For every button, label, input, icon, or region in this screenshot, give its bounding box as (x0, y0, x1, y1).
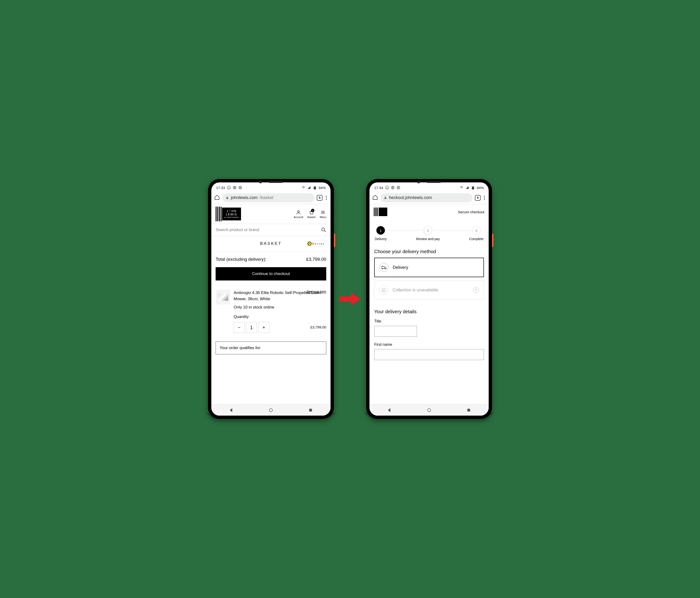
chrome-icon (239, 186, 242, 190)
help-icon[interactable]: ? (473, 287, 479, 293)
lock-icon (226, 196, 229, 199)
status-left: 17:33 (216, 186, 242, 190)
qty-increase-button[interactable]: + (258, 322, 269, 333)
quantity-label: Quantity (234, 314, 326, 320)
battery-pct: 84% (477, 186, 484, 190)
notch (252, 179, 290, 185)
svg-rect-17 (385, 198, 386, 199)
total-price: £3,799.00 (306, 257, 326, 262)
camera-dot (417, 180, 420, 183)
search-input[interactable]: Search product or brand (211, 224, 330, 236)
more-menu[interactable] (325, 196, 328, 200)
signal-icon (307, 186, 311, 190)
mower-image (218, 294, 228, 301)
svg-rect-18 (381, 267, 385, 268)
svg-point-19 (382, 268, 383, 269)
home-icon[interactable] (214, 195, 220, 201)
norton-badge: ✓ Norton (306, 241, 327, 247)
more-menu[interactable] (483, 196, 486, 200)
battery-icon (471, 186, 475, 190)
checkout-header: Secure checkout (370, 204, 489, 220)
logo-bars-icon (216, 207, 222, 221)
firstname-input[interactable] (374, 349, 484, 360)
notch (410, 179, 448, 185)
globe-icon (233, 186, 236, 190)
delivery-option[interactable]: Delivery (374, 258, 484, 277)
url-field[interactable]: heckout.johnlewis.com (380, 193, 473, 202)
whatsapp-icon (227, 186, 231, 190)
home-nav-icon[interactable] (269, 408, 273, 413)
svg-rect-10 (309, 409, 312, 412)
title-label: Title (370, 318, 489, 325)
basket-item: Ambrogio 4.36 Elite Robotic Self-Propell… (211, 285, 330, 337)
order-qualifies-box: Your order qualifies for: (216, 342, 326, 354)
status-right: 84% (302, 186, 326, 190)
search-placeholder: Search product or brand (216, 227, 259, 232)
recent-icon[interactable] (308, 408, 313, 413)
speaker (427, 181, 441, 183)
svg-point-3 (240, 187, 241, 188)
tab-count[interactable]: 5 (317, 195, 322, 201)
menu-button[interactable]: Menu (320, 210, 326, 219)
logo-box (379, 207, 387, 216)
phone-left: 17:33 84% johnlewis.com/basket 5 (208, 179, 334, 419)
home-icon[interactable] (372, 195, 378, 201)
step-delivery[interactable]: 1 Delivery (375, 226, 387, 241)
truck-icon (379, 263, 389, 272)
basket-badge: 1 (311, 209, 315, 212)
battery-icon (313, 186, 317, 190)
wifi-icon (460, 186, 464, 190)
svg-point-7 (298, 210, 299, 212)
back-icon[interactable] (387, 408, 392, 413)
signal-icon (466, 186, 469, 190)
checkout-button[interactable]: Continue to checkout (216, 267, 326, 280)
item-thumbnail[interactable] (216, 290, 230, 304)
screen: 17:33 84% johnlewis.com/basket 5 (211, 182, 330, 416)
tab-count[interactable]: 5 (475, 195, 481, 201)
stock-status: Only 10 in stock online (234, 304, 326, 310)
svg-point-2 (239, 186, 242, 189)
svg-rect-16 (472, 187, 474, 189)
person-icon (296, 210, 301, 215)
svg-point-9 (269, 408, 272, 412)
speaker (269, 181, 283, 183)
back-icon[interactable] (229, 408, 234, 413)
firstname-label: First name (370, 341, 489, 348)
svg-point-8 (322, 228, 325, 231)
android-navbar (211, 404, 330, 416)
home-nav-icon[interactable] (427, 408, 431, 413)
page-content: Secure checkout 1 Delivery 2 Review and … (370, 204, 489, 404)
progress-stepper: 1 Delivery 2 Review and pay 3 Complete (370, 220, 489, 243)
svg-point-20 (385, 268, 386, 269)
whatsapp-icon (385, 186, 389, 190)
svg-point-0 (227, 186, 230, 189)
recent-icon[interactable] (466, 408, 471, 413)
logo[interactable]: J♡HN LEWIS & PARTNERS (216, 207, 241, 221)
url-host: johnlewis.com (231, 195, 258, 200)
account-link[interactable]: Account (294, 210, 303, 219)
title-input[interactable] (374, 326, 417, 337)
item-price: £3,799.00 (310, 325, 326, 329)
clock: 17:33 (216, 186, 225, 190)
header-actions: Account 1 Basket Menu (294, 210, 326, 219)
total-row: Total (excluding delivery): £3,799.00 (211, 251, 330, 267)
lock-icon (384, 196, 387, 199)
logo-bars-icon (374, 207, 378, 216)
qty-decrease-button[interactable]: − (234, 322, 245, 333)
transition-arrow (340, 292, 360, 306)
delivery-method-heading: Choose your delivery method (370, 243, 489, 258)
clock: 17:34 (374, 186, 383, 190)
remove-item-link[interactable]: Remove item (307, 290, 326, 294)
url-field[interactable]: johnlewis.com/basket (222, 193, 315, 202)
basket-link[interactable]: 1 Basket (307, 210, 316, 219)
logo[interactable] (374, 207, 387, 216)
status-left: 17:34 (374, 186, 400, 190)
status-right: 84% (460, 186, 484, 190)
url-host: heckout.johnlewis.com (389, 195, 432, 200)
address-bar: johnlewis.com/basket 5 (211, 192, 330, 204)
logo-text: J♡HN LEWIS & PARTNERS (222, 207, 241, 220)
screen: 17:34 84% heckout.johnlewis.com 5 (370, 182, 489, 416)
step-review: 2 Review and pay (416, 226, 440, 241)
total-label: Total (excluding delivery): (216, 257, 267, 262)
svg-rect-5 (314, 187, 316, 189)
